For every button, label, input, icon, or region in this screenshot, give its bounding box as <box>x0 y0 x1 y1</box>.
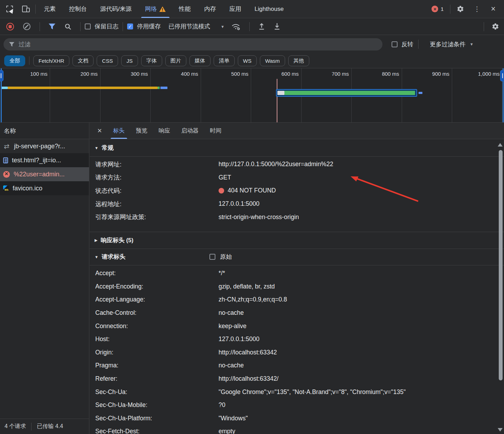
header-row: Accept-Language: zh-CN,zh;q=0.9,en;q=0.8 <box>90 293 504 306</box>
devtools-tab[interactable]: 控制台 <box>62 0 94 18</box>
devtools-tab[interactable]: 网络 <box>138 0 172 18</box>
tab-label: 元素 <box>44 5 56 13</box>
close-details-icon[interactable]: × <box>90 127 108 135</box>
search-icon[interactable] <box>64 23 71 30</box>
divider <box>123 22 123 31</box>
overview-right-grip[interactable] <box>503 68 504 122</box>
settings-icon[interactable] <box>453 5 468 13</box>
resource-chip[interactable]: 图片 <box>165 55 186 66</box>
close-devtools-icon[interactable]: × <box>487 5 500 13</box>
general-section-header[interactable]: ▼ 常规 <box>90 139 504 157</box>
devtools-tab[interactable]: 源代码/来源 <box>94 0 138 18</box>
checkbox-unchecked[interactable] <box>392 41 398 47</box>
tab-label: 网络 <box>145 5 157 13</box>
resource-chip[interactable]: 媒体 <box>189 55 210 66</box>
header-value: ?0 <box>219 401 225 409</box>
devtools-tab[interactable]: 性能 <box>172 0 198 18</box>
divider <box>418 40 419 49</box>
device-toolbar-icon[interactable] <box>22 6 30 12</box>
request-header-rows: Accept: */* Accept-Encoding: gzip, defla… <box>90 265 504 434</box>
header-name: Referer: <box>95 375 219 382</box>
import-har-icon[interactable] <box>258 23 265 30</box>
checkbox-checked[interactable] <box>127 23 133 29</box>
triangle-down-icon: ▼ <box>95 146 98 150</box>
devtools-tabbar: 元素 控制台 源代码/来源 <box>0 0 504 18</box>
details-tab[interactable]: 启动器 <box>176 123 205 139</box>
devtools-tab[interactable]: Lighthouse <box>248 0 290 18</box>
more-options-icon[interactable]: ⋮ <box>470 5 484 13</box>
status-dot-icon <box>219 188 224 194</box>
chip-label: Wasm <box>265 58 280 64</box>
raw-headers-checkbox[interactable]: 原始 <box>209 249 232 265</box>
header-row: Sec-Fetch-Dest: empty <box>90 425 504 434</box>
inspect-element-icon[interactable] <box>6 6 13 12</box>
header-name: 状态代码: <box>95 187 219 195</box>
throttling-select[interactable]: 已停用节流模式 ▼ <box>168 22 225 30</box>
devtools-tab[interactable]: 元素 <box>37 0 62 18</box>
resource-chip[interactable]: CSS <box>97 55 118 66</box>
network-settings-icon[interactable] <box>488 23 504 30</box>
checkbox-unchecked[interactable] <box>209 254 215 260</box>
details-tab[interactable]: 响应 <box>153 123 176 139</box>
filter-input[interactable]: 过滤 <box>4 38 382 50</box>
waterfall-segment <box>1 87 8 89</box>
resource-chip[interactable]: 清单 <box>214 55 235 66</box>
header-value: gzip, deflate, br, zstd <box>219 283 275 290</box>
export-har-icon[interactable] <box>274 23 280 30</box>
header-name: 请求网址: <box>95 160 219 169</box>
resource-chip[interactable]: 字体 <box>141 55 162 66</box>
preserve-log-checkbox[interactable]: 保留日志 <box>85 22 118 30</box>
resource-chip[interactable]: Fetch/XHR <box>33 55 69 66</box>
header-row: Host: 127.0.0.1:5000 <box>90 333 504 346</box>
divider <box>29 56 29 65</box>
resource-chip[interactable]: Wasm <box>260 55 285 66</box>
header-value-wrap: keep-alive <box>219 323 498 330</box>
network-conditions-icon[interactable] <box>232 23 241 30</box>
resource-chip[interactable]: JS <box>121 55 138 66</box>
network-overview[interactable]: 100 ms200 ms300 ms400 ms500 ms600 ms700 … <box>0 68 504 123</box>
details-tab[interactable]: 预览 <box>130 123 153 139</box>
details-tab[interactable]: 时间 <box>204 123 227 139</box>
details-tab[interactable]: 标头 <box>108 123 130 139</box>
header-name: Host: <box>95 335 219 343</box>
clear-network-log-icon[interactable] <box>23 23 30 30</box>
devtools-tab[interactable]: 内存 <box>198 0 223 18</box>
header-name: Pragma: <box>95 362 219 369</box>
record-network-log-icon[interactable] <box>6 23 14 30</box>
throttling-value: 已停用节流模式 <box>168 22 210 30</box>
request-row[interactable]: jb-server-page?r... <box>0 139 89 153</box>
header-value-wrap: http://localhost:63342/ <box>219 375 498 382</box>
invert-checkbox[interactable]: 反转 <box>392 40 413 48</box>
timeline-tick-label: 700 ms <box>302 68 351 77</box>
request-headers-section-header[interactable]: ▼ 请求标头 原始 <box>90 249 504 265</box>
name-column-header[interactable]: 名称 <box>0 123 89 139</box>
response-headers-section-header[interactable]: ▶ 响应标头 (5) <box>90 232 504 249</box>
header-value-wrap: gzip, deflate, br, zstd <box>219 283 498 290</box>
header-row: Accept-Encoding: gzip, deflate, br, zstd <box>90 280 504 293</box>
resource-chip[interactable]: 其他 <box>288 55 309 66</box>
filter-icon[interactable] <box>49 23 55 29</box>
checkbox-unchecked[interactable] <box>85 23 91 29</box>
devtools-tab[interactable]: 应用 <box>223 0 248 18</box>
more-filters-dropdown[interactable]: 更多过滤条件 ▼ <box>423 40 480 48</box>
scrollbar-down-icon[interactable] <box>498 428 503 432</box>
overview-left-grip[interactable] <box>1 68 2 122</box>
details-tab-label: 时间 <box>210 127 221 135</box>
network-status-bar: 4 个请求 已传输 4.4 <box>0 419 89 434</box>
header-value: "Google Chrome";v="135", "Not-A.Brand";v… <box>219 388 406 396</box>
funnel-icon <box>9 42 14 47</box>
request-row[interactable]: test.html?_ijt=io... <box>0 153 89 167</box>
error-badge[interactable]: × 1 <box>428 6 447 12</box>
chip-label: Fetch/XHR <box>39 58 64 64</box>
selected-request-bar[interactable] <box>276 89 417 97</box>
general-rows: 请求网址: http://127.0.0.1:5000/%22user=admi… <box>90 157 504 224</box>
resource-chip[interactable]: 文档 <box>73 55 94 66</box>
resource-chip[interactable]: WS <box>238 55 257 66</box>
request-row[interactable]: %22user=admin... <box>0 167 89 181</box>
resource-chip[interactable]: 全部 <box>4 55 25 66</box>
scrollbar-up-icon[interactable] <box>498 143 503 147</box>
disable-cache-checkbox[interactable]: 停用缓存 <box>127 22 161 30</box>
header-value: http://localhost:63342 <box>219 349 277 356</box>
scrollbar-thumb[interactable] <box>499 150 503 380</box>
request-row[interactable]: favicon.ico <box>0 181 89 195</box>
